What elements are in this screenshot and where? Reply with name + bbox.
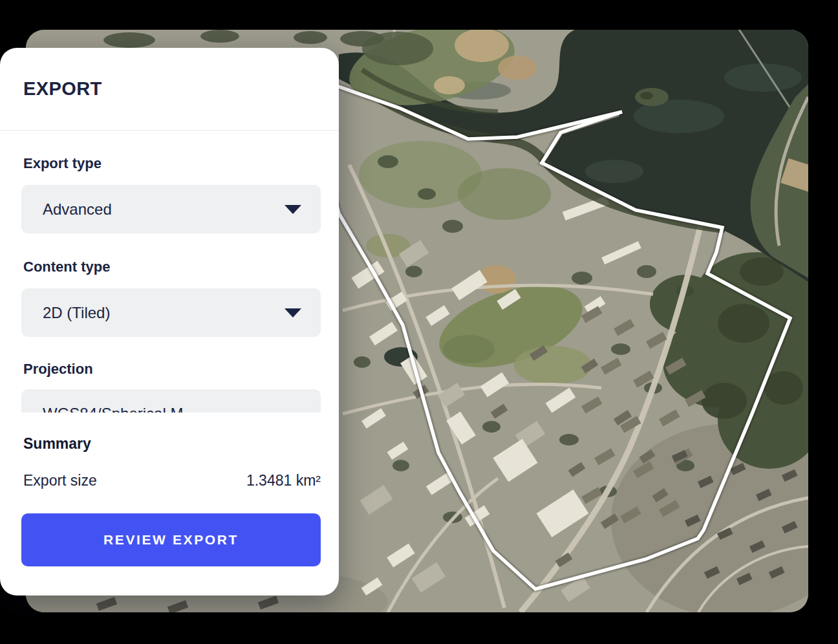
projection-select[interactable]: WGS84/Spherical M... [21,389,321,413]
projection-clip-zone: WGS84/Spherical M... [0,389,339,413]
export-size-value: 1.3481 km² [246,471,321,490]
content-type-value: 2D (Tiled) [43,304,110,322]
projection-value: WGS84/Spherical M... [43,405,196,413]
export-app: EXPORT Export type Advanced Content type… [0,0,838,644]
field-export-type: Export type Advanced [0,155,339,233]
chevron-down-icon [285,205,301,214]
field-content-type: Content type 2D (Tiled) [0,259,339,337]
summary-row: Export size 1.3481 km² [23,471,321,490]
panel-title: EXPORT [23,78,102,100]
chevron-down-icon [285,308,301,317]
export-type-label: Export type [23,155,316,172]
export-type-value: Advanced [43,200,112,219]
projection-label: Projection [23,361,316,378]
summary-section: Summary Export size 1.3481 km² [0,435,339,490]
export-type-select[interactable]: Advanced [21,185,321,233]
export-size-label: Export size [23,471,97,490]
content-type-label: Content type [23,259,316,275]
review-export-button[interactable]: REVIEW EXPORT [21,513,321,566]
panel-header: EXPORT [0,48,339,131]
field-projection: Projection WGS84/Spherical M... [0,361,339,413]
summary-heading: Summary [23,435,316,453]
export-panel: EXPORT Export type Advanced Content type… [0,48,339,596]
content-type-select[interactable]: 2D (Tiled) [21,288,321,337]
